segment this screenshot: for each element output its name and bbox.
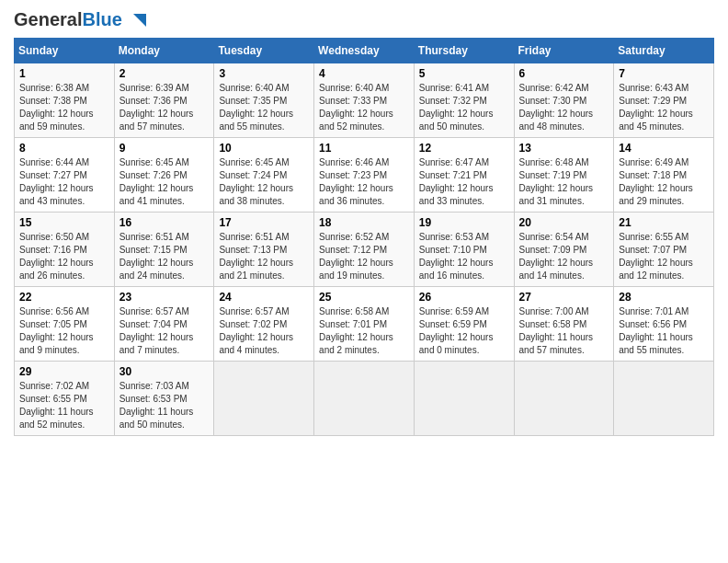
calendar-cell: 18Sunrise: 6:52 AM Sunset: 7:12 PM Dayli… [314,213,415,287]
day-info: Sunrise: 6:41 AM Sunset: 7:32 PM Dayligh… [419,82,509,133]
day-info: Sunrise: 6:40 AM Sunset: 7:35 PM Dayligh… [219,82,309,133]
day-info: Sunrise: 6:46 AM Sunset: 7:23 PM Dayligh… [319,156,409,208]
calendar-cell: 28Sunrise: 7:01 AM Sunset: 6:56 PM Dayli… [614,287,714,362]
day-number: 30 [119,365,210,378]
day-info: Sunrise: 6:40 AM Sunset: 7:33 PM Dayligh… [319,82,409,133]
calendar-cell: 23Sunrise: 6:57 AM Sunset: 7:04 PM Dayli… [114,287,214,362]
weekday-header-tuesday: Tuesday [214,39,314,63]
calendar-cell: 12Sunrise: 6:47 AM Sunset: 7:21 PM Dayli… [414,138,514,213]
day-number: 27 [519,291,609,304]
day-info: Sunrise: 7:00 AM Sunset: 6:58 PM Dayligh… [519,305,609,357]
day-number: 14 [619,142,709,155]
calendar-cell: 29Sunrise: 7:02 AM Sunset: 6:55 PM Dayli… [15,362,115,436]
day-number: 18 [319,216,409,229]
week-row-5: 29Sunrise: 7:02 AM Sunset: 6:55 PM Dayli… [15,362,714,436]
day-info: Sunrise: 6:59 AM Sunset: 6:59 PM Dayligh… [419,305,509,357]
day-info: Sunrise: 6:58 AM Sunset: 7:01 PM Dayligh… [319,305,409,357]
day-number: 3 [219,67,309,80]
calendar-cell: 10Sunrise: 6:45 AM Sunset: 7:24 PM Dayli… [214,138,314,213]
calendar-cell: 25Sunrise: 6:58 AM Sunset: 7:01 PM Dayli… [314,287,415,362]
day-info: Sunrise: 7:02 AM Sunset: 6:55 PM Dayligh… [19,380,109,431]
day-info: Sunrise: 6:53 AM Sunset: 7:10 PM Dayligh… [419,231,509,282]
day-number: 21 [619,216,709,229]
day-info: Sunrise: 6:45 AM Sunset: 7:26 PM Dayligh… [119,156,210,208]
day-number: 20 [519,216,609,229]
day-info: Sunrise: 6:48 AM Sunset: 7:19 PM Dayligh… [519,156,609,208]
logo-general-text: GeneralBlue [14,9,122,30]
day-number: 15 [19,216,109,229]
day-number: 8 [19,142,109,155]
calendar-cell: 26Sunrise: 6:59 AM Sunset: 6:59 PM Dayli… [414,287,514,362]
calendar-cell: 5Sunrise: 6:41 AM Sunset: 7:32 PM Daylig… [414,63,514,138]
calendar-cell: 24Sunrise: 6:57 AM Sunset: 7:02 PM Dayli… [214,287,314,362]
calendar-cell: 30Sunrise: 7:03 AM Sunset: 6:53 PM Dayli… [114,362,214,436]
day-number: 12 [419,142,509,155]
day-info: Sunrise: 6:55 AM Sunset: 7:07 PM Dayligh… [619,231,709,282]
day-number: 10 [219,142,309,155]
calendar-cell: 20Sunrise: 6:54 AM Sunset: 7:09 PM Dayli… [514,213,614,287]
day-info: Sunrise: 6:47 AM Sunset: 7:21 PM Dayligh… [419,156,509,208]
day-info: Sunrise: 6:57 AM Sunset: 7:04 PM Dayligh… [119,305,210,357]
calendar-cell: 2Sunrise: 6:39 AM Sunset: 7:36 PM Daylig… [114,63,214,138]
day-number: 22 [19,291,109,304]
day-info: Sunrise: 6:54 AM Sunset: 7:09 PM Dayligh… [519,231,609,282]
logo-icon [126,10,146,30]
calendar-cell: 11Sunrise: 6:46 AM Sunset: 7:23 PM Dayli… [314,138,415,213]
calendar-cell: 1Sunrise: 6:38 AM Sunset: 7:38 PM Daylig… [15,63,115,138]
day-number: 9 [119,142,210,155]
calendar-cell: 6Sunrise: 6:42 AM Sunset: 7:30 PM Daylig… [514,63,614,138]
day-info: Sunrise: 6:52 AM Sunset: 7:12 PM Dayligh… [319,231,409,282]
weekday-header-friday: Friday [514,39,614,63]
day-info: Sunrise: 6:44 AM Sunset: 7:27 PM Dayligh… [19,156,109,208]
day-number: 24 [219,291,309,304]
day-number: 2 [119,67,210,80]
calendar-cell: 17Sunrise: 6:51 AM Sunset: 7:13 PM Dayli… [214,213,314,287]
day-info: Sunrise: 6:57 AM Sunset: 7:02 PM Dayligh… [219,305,309,357]
day-info: Sunrise: 6:43 AM Sunset: 7:29 PM Dayligh… [619,82,709,133]
weekday-header-row: SundayMondayTuesdayWednesdayThursdayFrid… [15,39,714,63]
calendar-cell: 13Sunrise: 6:48 AM Sunset: 7:19 PM Dayli… [514,138,614,213]
calendar-cell: 27Sunrise: 7:00 AM Sunset: 6:58 PM Dayli… [514,287,614,362]
day-number: 13 [519,142,609,155]
day-number: 11 [319,142,409,155]
day-info: Sunrise: 6:50 AM Sunset: 7:16 PM Dayligh… [19,231,109,282]
day-number: 7 [619,67,709,80]
day-info: Sunrise: 6:45 AM Sunset: 7:24 PM Dayligh… [219,156,309,208]
calendar-cell [514,362,614,436]
day-info: Sunrise: 7:01 AM Sunset: 6:56 PM Dayligh… [619,305,709,357]
day-number: 17 [219,216,309,229]
day-number: 6 [519,67,609,80]
weekday-header-thursday: Thursday [414,39,514,63]
weekday-header-wednesday: Wednesday [314,39,415,63]
calendar-cell: 21Sunrise: 6:55 AM Sunset: 7:07 PM Dayli… [614,213,714,287]
calendar-cell: 8Sunrise: 6:44 AM Sunset: 7:27 PM Daylig… [15,138,115,213]
weekday-header-saturday: Saturday [614,39,714,63]
calendar-cell [414,362,514,436]
day-info: Sunrise: 6:51 AM Sunset: 7:13 PM Dayligh… [219,231,309,282]
day-number: 23 [119,291,210,304]
day-info: Sunrise: 6:56 AM Sunset: 7:05 PM Dayligh… [19,305,109,357]
weekday-header-sunday: Sunday [15,39,115,63]
weekday-header-monday: Monday [114,39,214,63]
calendar-cell: 4Sunrise: 6:40 AM Sunset: 7:33 PM Daylig… [314,63,415,138]
day-number: 5 [419,67,509,80]
day-number: 4 [319,67,409,80]
calendar-cell: 19Sunrise: 6:53 AM Sunset: 7:10 PM Dayli… [414,213,514,287]
day-info: Sunrise: 6:38 AM Sunset: 7:38 PM Dayligh… [19,82,109,133]
calendar-cell: 7Sunrise: 6:43 AM Sunset: 7:29 PM Daylig… [614,63,714,138]
calendar-cell [614,362,714,436]
svg-marker-0 [133,14,146,27]
calendar-cell: 9Sunrise: 6:45 AM Sunset: 7:26 PM Daylig… [114,138,214,213]
calendar-cell: 16Sunrise: 6:51 AM Sunset: 7:15 PM Dayli… [114,213,214,287]
calendar-cell [314,362,415,436]
day-number: 25 [319,291,409,304]
calendar-table: SundayMondayTuesdayWednesdayThursdayFrid… [14,38,714,436]
page-header: GeneralBlue [14,9,714,30]
week-row-3: 15Sunrise: 6:50 AM Sunset: 7:16 PM Dayli… [15,213,714,287]
day-number: 19 [419,216,509,229]
day-number: 26 [419,291,509,304]
calendar-cell: 3Sunrise: 6:40 AM Sunset: 7:35 PM Daylig… [214,63,314,138]
calendar-cell: 14Sunrise: 6:49 AM Sunset: 7:18 PM Dayli… [614,138,714,213]
calendar-cell: 15Sunrise: 6:50 AM Sunset: 7:16 PM Dayli… [15,213,115,287]
week-row-4: 22Sunrise: 6:56 AM Sunset: 7:05 PM Dayli… [15,287,714,362]
